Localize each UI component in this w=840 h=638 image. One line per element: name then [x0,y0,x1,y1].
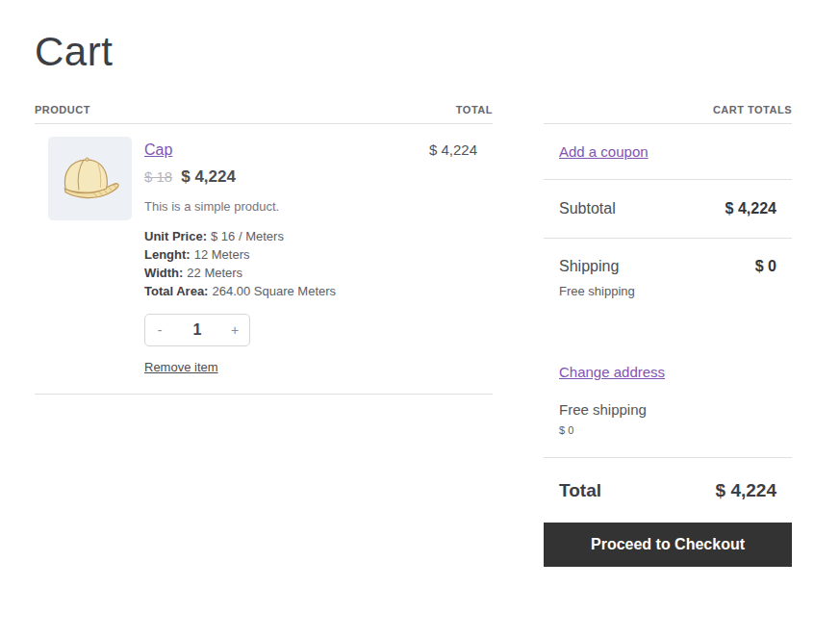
remove-item-link[interactable]: Remove item [144,360,218,374]
attribute-total-area: Total Area:264.00 Square Meters [144,282,493,300]
attribute-width: Width:22 Meters [144,264,493,282]
quantity-decrease-button[interactable]: - [145,315,174,345]
shipping-label: Shipping [559,258,619,275]
product-attributes: Unit Price:$ 16 / Meters Lenght:12 Meter… [144,227,493,300]
quantity-increase-button[interactable]: + [220,315,249,345]
product-description: This is a simple product. [144,199,493,214]
cap-product-image [54,142,127,216]
shipping-method: Free shipping [559,401,776,418]
grand-total-section: Total $ 4,224 [544,458,792,523]
cart-layout: PRODUCT TOTAL Cap [35,104,805,567]
product-name-link[interactable]: Cap [144,141,172,159]
subtotal-section: Subtotal $ 4,224 [544,180,792,239]
line-item-total: $ 4,224 [429,141,477,158]
shipping-value: $ 0 [755,258,776,275]
product-column-header: PRODUCT [35,104,90,115]
grand-total-value: $ 4,224 [716,480,776,501]
product-details: Cap $ 18 $ 4,224 This is a simple produc… [144,137,493,375]
page-title: Cart [35,29,805,75]
proceed-to-checkout-button[interactable]: Proceed to Checkout [544,523,792,567]
attribute-label: Unit Price: [144,229,207,243]
attribute-value: 12 Meters [194,247,250,262]
attribute-value: 264.00 Square Meters [212,284,336,298]
subtotal-value: $ 4,224 [725,200,776,217]
shipping-row: Shipping $ 0 [559,258,776,275]
product-thumbnail[interactable] [48,137,132,220]
attribute-value: $ 16 / Meters [211,229,284,243]
cart-totals-column-header: CART TOTALS [713,104,792,115]
grand-total-row: Total $ 4,224 [559,480,776,501]
quantity-stepper: - + [144,314,250,346]
change-address-link[interactable]: Change address [559,364,665,380]
cart-item-row: Cap $ 18 $ 4,224 This is a simple produc… [35,124,493,395]
attribute-label: Lenght: [144,247,191,262]
attribute-label: Width: [144,266,183,280]
change-address-wrap: Change address [559,364,776,381]
add-coupon-link[interactable]: Add a coupon [559,143,649,160]
cart-page: Cart PRODUCT TOTAL [0,0,840,638]
shipping-method-price: $ 0 [559,424,776,436]
shipping-note: Free shipping [559,284,776,298]
attribute-unit-price: Unit Price:$ 16 / Meters [144,227,493,245]
quantity-input[interactable] [174,315,220,345]
subtotal-row: Subtotal $ 4,224 [559,200,776,217]
cart-totals-header: CART TOTALS [544,104,792,124]
shipping-section: Shipping $ 0 Free shipping Change addres… [544,239,792,458]
total-column-header: TOTAL [456,104,493,115]
product-price-line: $ 18 $ 4,224 [144,167,493,187]
coupon-section: Add a coupon [544,124,792,180]
subtotal-label: Subtotal [559,200,616,217]
attribute-length: Lenght:12 Meters [144,245,493,264]
cart-totals-section: CART TOTALS Add a coupon Subtotal $ 4,22… [544,104,792,567]
attribute-label: Total Area: [144,284,208,298]
grand-total-label: Total [559,480,601,501]
product-current-price: $ 4,224 [181,167,236,187]
cart-items-section: PRODUCT TOTAL Cap [35,104,493,395]
cart-table-header: PRODUCT TOTAL [35,104,493,124]
attribute-value: 22 Meters [187,266,242,280]
product-old-price: $ 18 [144,168,172,185]
